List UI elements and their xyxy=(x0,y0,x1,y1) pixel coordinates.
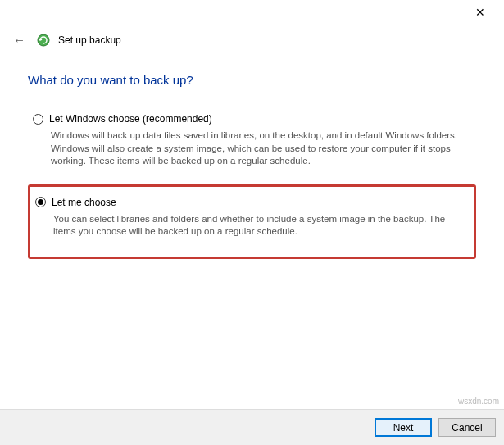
footer: Next Cancel xyxy=(0,409,504,445)
option-windows-choose-label: Let Windows choose (recommended) xyxy=(49,113,212,125)
watermark: wsxdn.com xyxy=(458,397,499,406)
title-bar: ✕ xyxy=(0,0,504,25)
page-heading: What do you want to back up? xyxy=(28,73,476,87)
next-button[interactable]: Next xyxy=(375,418,432,437)
option-let-me-choose-label: Let me choose xyxy=(52,197,116,208)
cancel-button[interactable]: Cancel xyxy=(438,418,496,437)
option-windows-choose[interactable]: Let Windows choose (recommended) Windows… xyxy=(28,105,476,176)
back-arrow-icon[interactable]: ← xyxy=(10,31,29,48)
window-title: Set up backup xyxy=(58,34,121,46)
header: ← Set up backup xyxy=(0,25,504,48)
content-area: What do you want to back up? Let Windows… xyxy=(0,48,504,259)
svg-point-0 xyxy=(38,34,49,46)
close-icon[interactable]: ✕ xyxy=(468,6,493,19)
radio-let-me-choose[interactable] xyxy=(35,197,46,207)
option-windows-choose-desc: Windows will back up data files saved in… xyxy=(51,129,461,168)
backup-icon xyxy=(37,34,50,47)
radio-windows-choose[interactable] xyxy=(33,114,43,125)
option-let-me-choose-desc: You can select libraries and folders and… xyxy=(53,213,459,238)
option-let-me-choose[interactable]: Let me choose You can select libraries a… xyxy=(28,184,476,259)
